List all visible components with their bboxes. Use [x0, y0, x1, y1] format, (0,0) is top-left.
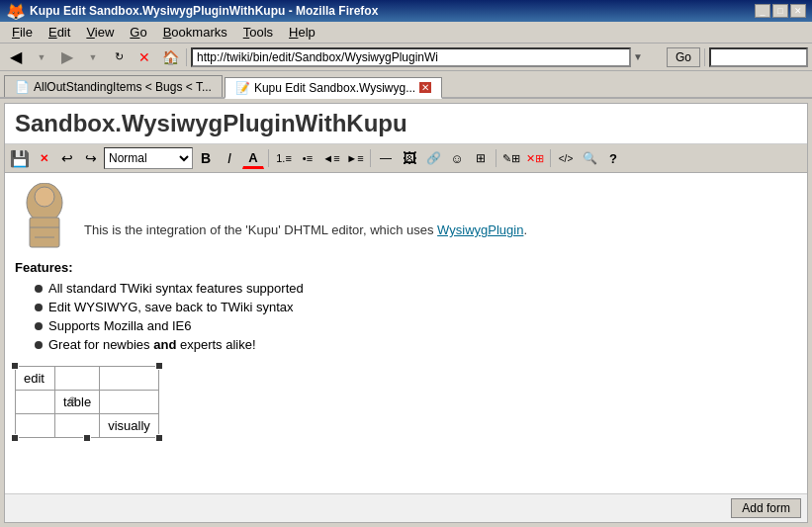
- smiley-button[interactable]: ☺: [446, 147, 468, 169]
- resize-handle-ne[interactable]: [155, 362, 163, 370]
- feature-item-2: Edit WYSIWYG, save back to TWiki syntax: [35, 300, 797, 314]
- svg-point-2: [35, 187, 54, 207]
- link-button[interactable]: 🔗: [422, 147, 444, 169]
- ordered-list-button[interactable]: 1.≡: [273, 147, 295, 169]
- menubar: File Edit View Go Bookmarks Tools Help: [0, 22, 812, 44]
- image-button[interactable]: 🖼: [399, 147, 420, 169]
- table-cell-2-1[interactable]: [16, 391, 55, 414]
- editor-table[interactable]: edit table visually: [15, 366, 159, 438]
- page-title: Sandbox.WysiwygPluginWithKupu: [15, 110, 797, 137]
- bullet-2: [35, 304, 43, 311]
- bold-and: and: [153, 337, 176, 352]
- save-button[interactable]: 💾: [9, 147, 31, 169]
- forward-dropdown[interactable]: ▼: [81, 46, 105, 68]
- menu-edit[interactable]: Edit: [41, 23, 78, 42]
- hr-button[interactable]: —: [375, 147, 397, 169]
- close-button[interactable]: ✕: [790, 4, 806, 18]
- url-dropdown[interactable]: ▼: [633, 51, 643, 62]
- move-handle[interactable]: ⊕: [66, 394, 78, 405]
- menu-view[interactable]: View: [78, 23, 122, 42]
- editor-toolbar: 💾 ✕ ↩ ↪ Normal Heading 1 Heading 2 Headi…: [5, 144, 807, 173]
- text-color-button[interactable]: A: [242, 147, 264, 169]
- nav-toolbar: ◀ ▼ ▶ ▼ ↻ ✕ 🏠 ▼ Go: [0, 44, 812, 71]
- page-title-bar: Sandbox.WysiwygPluginWithKupu: [5, 104, 807, 144]
- edit-table-button[interactable]: ✎⊞: [500, 147, 522, 169]
- indent-button[interactable]: ►≡: [344, 147, 366, 169]
- window-title-text: 🦊 Kupu Edit Sandbox.WysiwygPluginWithKup…: [6, 2, 378, 21]
- editor-logo: [15, 183, 74, 252]
- editor-header: This is the integration of the 'Kupu' DH…: [15, 183, 797, 252]
- table-button[interactable]: ⊞: [470, 147, 492, 169]
- feature-item-3: Supports Mozilla and IE6: [35, 318, 797, 333]
- minimize-button[interactable]: _: [755, 4, 770, 18]
- menu-go[interactable]: Go: [122, 23, 154, 42]
- help-button[interactable]: ?: [602, 147, 624, 169]
- resize-handle-sw[interactable]: [11, 434, 19, 442]
- table-cell-1-3[interactable]: [100, 367, 159, 391]
- style-select[interactable]: Normal Heading 1 Heading 2 Heading 3: [104, 147, 193, 169]
- back-dropdown[interactable]: ▼: [30, 46, 53, 68]
- features-label: Features:: [15, 260, 797, 275]
- add-form-button[interactable]: Add form: [731, 498, 801, 518]
- redo-button[interactable]: ↪: [80, 147, 102, 169]
- editor-intro: This is the integration of the 'Kupu' DH…: [84, 222, 527, 237]
- menu-file[interactable]: File: [4, 23, 41, 42]
- nav-separator-2: [704, 48, 705, 66]
- resize-handle-s[interactable]: [83, 434, 91, 442]
- maximize-button[interactable]: □: [772, 4, 788, 18]
- bullet-4: [35, 341, 43, 349]
- editor-table-container[interactable]: ⊕ edit table: [15, 366, 159, 438]
- table-cell-3-1[interactable]: [16, 414, 55, 438]
- remove-table-button[interactable]: ✕⊞: [524, 147, 546, 169]
- tb-sep-3: [496, 149, 496, 167]
- window-controls[interactable]: _ □ ✕: [755, 4, 806, 18]
- tab-bar: 📄 AllOutStandingItems < Bugs < T... 📝 Ku…: [0, 71, 812, 99]
- resize-handle-nw[interactable]: [11, 362, 19, 370]
- resize-handle-se[interactable]: [155, 434, 163, 442]
- editor-body[interactable]: This is the integration of the 'Kupu' DH…: [5, 173, 807, 493]
- page-content: Sandbox.WysiwygPluginWithKupu 💾 ✕ ↩ ↪ No…: [4, 103, 808, 523]
- italic-button[interactable]: I: [219, 147, 240, 169]
- menu-bookmarks[interactable]: Bookmarks: [155, 23, 235, 42]
- cancel-button[interactable]: ✕: [33, 147, 54, 169]
- bold-button[interactable]: B: [195, 147, 217, 169]
- feature-item-1: All standard TWiki syntax features suppo…: [35, 281, 797, 296]
- stop-button[interactable]: ✕: [133, 46, 156, 68]
- search-input[interactable]: [709, 47, 808, 67]
- url-input[interactable]: [191, 47, 631, 67]
- outdent-button[interactable]: ◄≡: [320, 147, 342, 169]
- bullet-3: [35, 322, 43, 330]
- source-button[interactable]: </>: [555, 147, 577, 169]
- ssl-icon: [649, 49, 665, 65]
- tab-close-button[interactable]: ✕: [419, 82, 431, 93]
- zoom-button[interactable]: 🔍: [579, 147, 600, 169]
- tb-sep-1: [268, 149, 269, 167]
- menu-help[interactable]: Help: [281, 23, 323, 42]
- table-row-1: edit: [16, 367, 159, 391]
- tab-kupu-edit[interactable]: 📝 Kupu Edit Sandbox.Wysiwyg... ✕: [225, 77, 442, 99]
- svg-rect-1: [30, 218, 59, 247]
- window-titlebar: 🦊 Kupu Edit Sandbox.WysiwygPluginWithKup…: [0, 0, 812, 22]
- tb-sep-4: [550, 149, 551, 167]
- tab-icon-2: 📝: [235, 81, 250, 95]
- back-button[interactable]: ◀: [4, 46, 28, 68]
- table-cell-1-1[interactable]: edit: [16, 367, 55, 391]
- wysiwyg-plugin-link[interactable]: WysiwygPlugin: [437, 222, 523, 237]
- tab-icon-1: 📄: [15, 80, 30, 94]
- tab-alloutstanding[interactable]: 📄 AllOutStandingItems < Bugs < T...: [4, 75, 223, 97]
- feature-item-4: Great for newbies and experts alike!: [35, 337, 797, 352]
- table-cell-1-2[interactable]: [55, 367, 100, 391]
- table-cell-2-3[interactable]: [100, 391, 159, 414]
- bullet-1: [35, 285, 43, 293]
- unordered-list-button[interactable]: •≡: [297, 147, 318, 169]
- table-row-2: table: [16, 391, 159, 414]
- home-button[interactable]: 🏠: [158, 46, 182, 68]
- table-cell-3-3[interactable]: visually: [100, 414, 159, 438]
- go-button[interactable]: Go: [667, 47, 700, 67]
- reload-button[interactable]: ↻: [107, 46, 131, 68]
- tb-sep-2: [370, 149, 371, 167]
- table-cell-3-2[interactable]: [55, 414, 100, 438]
- forward-button[interactable]: ▶: [55, 46, 79, 68]
- undo-button[interactable]: ↩: [56, 147, 78, 169]
- menu-tools[interactable]: Tools: [235, 23, 281, 42]
